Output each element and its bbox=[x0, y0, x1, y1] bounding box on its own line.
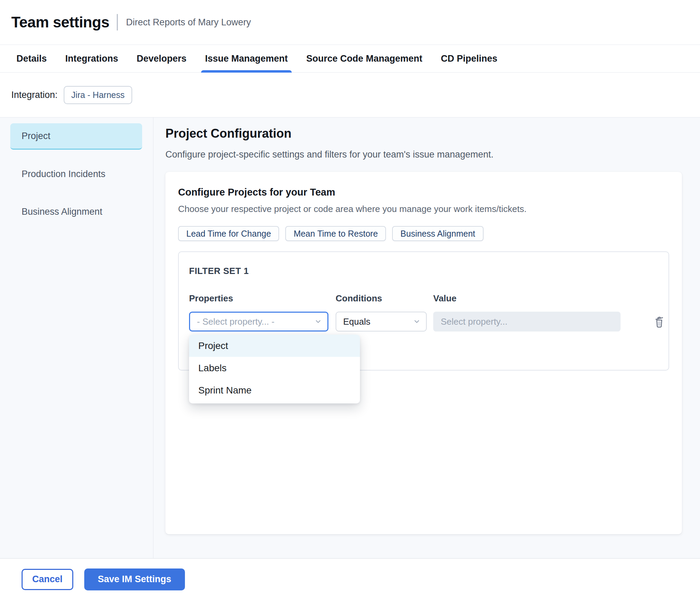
conditions-column-label: Conditions bbox=[336, 293, 433, 303]
value-column-label: Value bbox=[433, 293, 637, 303]
title-divider bbox=[117, 14, 118, 30]
dropdown-option-labels[interactable]: Labels bbox=[189, 357, 360, 379]
delete-filter-button[interactable] bbox=[652, 313, 667, 330]
integration-bar: Integration: Jira - Harness bbox=[0, 73, 700, 117]
value-input[interactable] bbox=[433, 312, 621, 332]
filter-controls-row: - Select property... - Equals bbox=[189, 312, 658, 332]
filter-set-1: FILTER SET 1 Properties Conditions Value… bbox=[178, 251, 669, 371]
dropdown-option-sprint-name[interactable]: Sprint Name bbox=[189, 379, 360, 401]
cancel-button[interactable]: Cancel bbox=[22, 569, 73, 590]
integration-chip[interactable]: Jira - Harness bbox=[64, 86, 132, 104]
property-options-dropdown: Project Labels Sprint Name bbox=[189, 335, 360, 403]
tab-cd-pipelines[interactable]: CD Pipelines bbox=[440, 45, 498, 72]
sidebar-item-business-alignment[interactable]: Business Alignment bbox=[10, 199, 142, 225]
configure-projects-card: Configure Projects for your Team Choose … bbox=[165, 172, 682, 534]
condition-select-value: Equals bbox=[343, 316, 371, 327]
page-title: Team settings bbox=[11, 14, 109, 31]
content-area: Project Production Incidents Business Al… bbox=[0, 117, 700, 558]
sidebar-item-production-incidents[interactable]: Production Incidents bbox=[10, 161, 142, 187]
tab-details[interactable]: Details bbox=[16, 45, 48, 72]
properties-column-label: Properties bbox=[189, 293, 336, 303]
page-header: Team settings Direct Reports of Mary Low… bbox=[0, 0, 700, 45]
sidebar-item-project[interactable]: Project bbox=[10, 123, 142, 150]
metric-tab-business-alignment[interactable]: Business Alignment bbox=[392, 226, 483, 241]
main-panel: Project Configuration Configure project-… bbox=[153, 117, 700, 558]
integration-label: Integration: bbox=[11, 90, 58, 100]
metric-tab-lead-time-for-change[interactable]: Lead Time for Change bbox=[178, 226, 279, 241]
settings-tab-bar: Details Integrations Developers Issue Ma… bbox=[0, 45, 700, 73]
condition-select[interactable]: Equals bbox=[336, 312, 427, 332]
card-subtitle: Choose your respective project or code a… bbox=[178, 203, 669, 214]
trash-icon bbox=[653, 314, 665, 329]
section-subtitle: Configure project-specific settings and … bbox=[165, 149, 700, 160]
tab-developers[interactable]: Developers bbox=[136, 45, 187, 72]
filter-column-labels: Properties Conditions Value bbox=[189, 293, 658, 303]
metric-tab-mean-time-to-restore[interactable]: Mean Time to Restore bbox=[285, 226, 386, 241]
settings-sidebar: Project Production Incidents Business Al… bbox=[0, 117, 153, 558]
metric-tab-row: Lead Time for Change Mean Time to Restor… bbox=[178, 226, 669, 241]
dropdown-option-project[interactable]: Project bbox=[189, 335, 360, 357]
property-select[interactable]: - Select property... - bbox=[189, 312, 328, 332]
tab-source-code-management[interactable]: Source Code Management bbox=[305, 45, 423, 72]
team-settings-page: Team settings Direct Reports of Mary Low… bbox=[0, 0, 700, 600]
save-im-settings-button[interactable]: Save IM Settings bbox=[84, 568, 185, 590]
tab-issue-management[interactable]: Issue Management bbox=[204, 45, 289, 72]
chevron-down-icon bbox=[413, 318, 421, 325]
card-title: Configure Projects for your Team bbox=[178, 186, 669, 198]
chevron-down-icon bbox=[314, 318, 322, 325]
section-title: Project Configuration bbox=[165, 126, 700, 141]
filter-set-title: FILTER SET 1 bbox=[189, 266, 658, 276]
footer-action-bar: Cancel Save IM Settings bbox=[0, 558, 700, 600]
team-name-subtitle: Direct Reports of Mary Lowery bbox=[126, 17, 251, 28]
tab-integrations[interactable]: Integrations bbox=[65, 45, 119, 72]
property-select-placeholder: - Select property... - bbox=[197, 316, 274, 327]
